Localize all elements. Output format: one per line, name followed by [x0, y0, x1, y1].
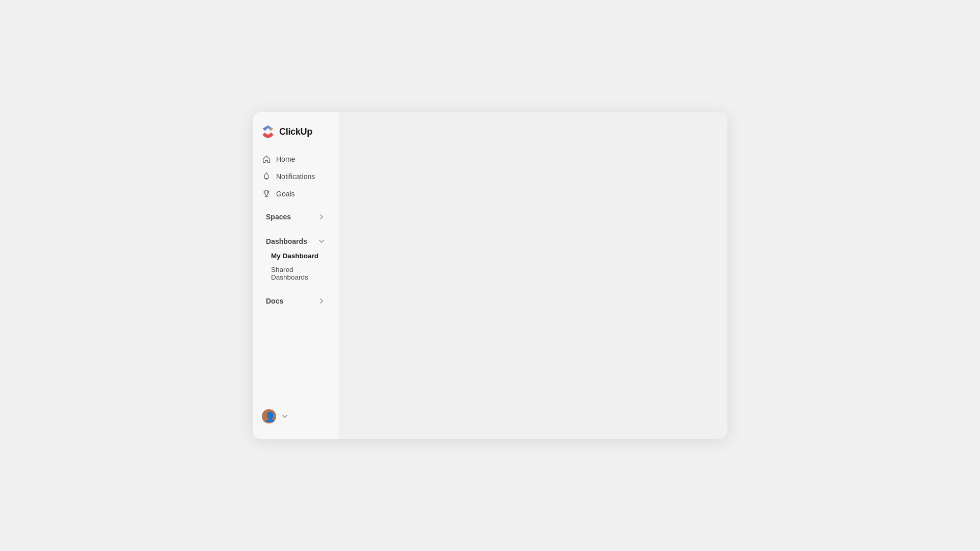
my-dashboard-label: My Dashboard — [271, 252, 318, 260]
spaces-label: Spaces — [266, 213, 291, 221]
shared-dashboards-label: Shared Dashboards — [271, 266, 326, 281]
dashboards-header[interactable]: Dashboards — [261, 234, 331, 249]
app-name: ClickUp — [279, 127, 312, 137]
sidebar-item-notifications[interactable]: Notifications — [257, 168, 335, 185]
sidebar: ClickUp Home Notifications — [253, 112, 339, 439]
trophy-icon — [262, 189, 271, 198]
user-area[interactable] — [257, 406, 335, 427]
spaces-section: Spaces — [261, 209, 331, 224]
sidebar-bottom — [253, 406, 339, 431]
docs-label: Docs — [266, 297, 283, 305]
docs-header[interactable]: Docs — [261, 293, 331, 309]
logo-area[interactable]: ClickUp — [253, 124, 339, 151]
nav-items: Home Notifications — [253, 151, 339, 406]
sidebar-item-notifications-label: Notifications — [276, 172, 315, 181]
docs-section: Docs — [261, 293, 331, 309]
sidebar-item-goals-label: Goals — [276, 190, 295, 198]
clickup-logo-icon — [261, 124, 275, 139]
dashboards-label: Dashboards — [266, 237, 307, 245]
sidebar-item-goals[interactable]: Goals — [257, 186, 335, 202]
dashboards-section: Dashboards My Dashboard Shared Dashboard… — [261, 234, 331, 284]
main-content — [339, 112, 727, 439]
chevron-right-icon — [317, 213, 326, 221]
sidebar-item-my-dashboard[interactable]: My Dashboard — [261, 249, 331, 263]
user-chevron-icon — [281, 413, 288, 420]
sidebar-item-home[interactable]: Home — [257, 151, 335, 167]
spaces-header[interactable]: Spaces — [261, 209, 331, 224]
app-card: ClickUp Home Notifications — [253, 112, 727, 439]
avatar — [262, 409, 276, 423]
home-icon — [262, 155, 271, 164]
sidebar-item-shared-dashboards[interactable]: Shared Dashboards — [261, 263, 331, 284]
chevron-right-icon-docs — [317, 297, 326, 305]
bell-icon — [262, 172, 271, 181]
chevron-down-icon — [317, 237, 326, 245]
sidebar-item-home-label: Home — [276, 155, 295, 163]
